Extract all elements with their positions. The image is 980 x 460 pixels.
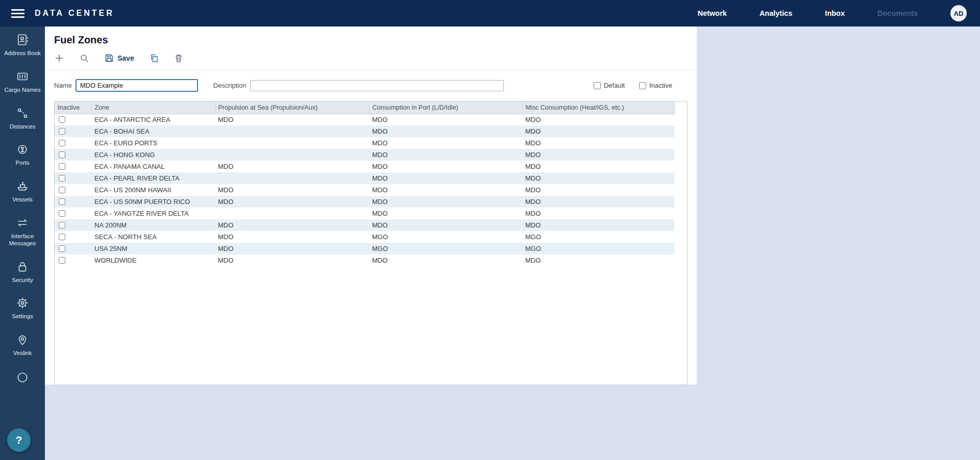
row-propulsion-cell[interactable]: MDO — [215, 184, 369, 196]
row-inactive-checkbox[interactable] — [59, 140, 65, 146]
inactive-checkbox[interactable] — [639, 82, 646, 89]
row-port-consumption-cell[interactable]: MDO — [369, 219, 522, 231]
row-inactive-checkbox[interactable] — [59, 163, 65, 170]
row-propulsion-cell[interactable] — [215, 137, 369, 149]
column-header-inactive[interactable]: Inactive — [55, 101, 91, 114]
row-zone-cell[interactable]: USA 25NM — [91, 243, 215, 254]
row-inactive-checkbox[interactable] — [59, 245, 65, 252]
table-row[interactable]: ECA - PANAMA CANALMDOMDOMDO — [55, 161, 674, 172]
table-row[interactable]: ECA - BOHAI SEAMDOMDO — [55, 125, 674, 137]
row-propulsion-cell[interactable] — [215, 149, 369, 161]
row-misc-consumption-cell[interactable]: MDO — [522, 125, 674, 137]
row-zone-cell[interactable]: SECA - NORTH SEA — [91, 231, 215, 243]
nav-item-network[interactable]: Network — [698, 9, 727, 17]
row-inactive-checkbox[interactable] — [59, 257, 65, 264]
row-propulsion-cell[interactable]: MDO — [215, 196, 369, 208]
column-header-consumption-port[interactable]: Consumption in Port (L/D/Idle) — [369, 101, 522, 114]
table-row[interactable]: ECA - US 50NM PUERTO RICOMDOMDOMDO — [55, 196, 674, 208]
search-button[interactable] — [80, 54, 89, 63]
row-inactive-checkbox[interactable] — [59, 187, 65, 193]
row-inactive-checkbox[interactable] — [59, 175, 65, 182]
row-propulsion-cell[interactable]: MDO — [215, 243, 369, 254]
row-misc-consumption-cell[interactable]: MDO — [522, 172, 674, 184]
table-row[interactable]: ECA - PEARL RIVER DELTAMDOMDO — [55, 172, 674, 184]
row-propulsion-cell[interactable] — [215, 172, 369, 184]
column-header-zone[interactable]: Zone — [91, 101, 215, 114]
column-header-misc-consumption[interactable]: Misc Consumption (Heat/IGS, etc.) — [522, 101, 674, 114]
row-port-consumption-cell[interactable]: MDO — [369, 149, 522, 161]
row-inactive-checkbox[interactable] — [59, 116, 65, 123]
copy-button[interactable] — [150, 54, 159, 63]
help-button[interactable]: ? — [7, 428, 31, 452]
table-row[interactable]: ECA - YANGTZE RIVER DELTAMDOMDO — [55, 208, 674, 219]
row-inactive-checkbox[interactable] — [59, 128, 65, 135]
description-input[interactable] — [250, 80, 504, 91]
row-zone-cell[interactable]: ECA - ANTARCTIC AREA — [91, 114, 215, 125]
nav-item-inbox[interactable]: Inbox — [825, 9, 845, 17]
row-port-consumption-cell[interactable]: MDO — [369, 184, 522, 196]
table-row[interactable]: NA 200NMMDOMDOMDO — [55, 219, 674, 231]
row-zone-cell[interactable]: ECA - PEARL RIVER DELTA — [91, 172, 215, 184]
row-zone-cell[interactable]: ECA - BOHAI SEA — [91, 125, 215, 137]
row-misc-consumption-cell[interactable]: MDO — [522, 254, 674, 266]
sidebar-item-address-book[interactable]: Address Book — [0, 27, 45, 63]
sidebar-item-distances[interactable]: Distances — [0, 100, 45, 137]
save-button[interactable]: Save — [105, 54, 134, 63]
row-zone-cell[interactable]: ECA - YANGTZE RIVER DELTA — [91, 208, 215, 219]
sidebar-item-vessels[interactable]: Vessels — [0, 173, 45, 210]
row-misc-consumption-cell[interactable]: MGO — [522, 231, 674, 243]
row-propulsion-cell[interactable]: MDO — [215, 219, 369, 231]
default-checkbox[interactable] — [594, 82, 601, 89]
row-misc-consumption-cell[interactable]: MDO — [522, 208, 674, 219]
row-propulsion-cell[interactable]: MDO — [215, 161, 369, 172]
row-port-consumption-cell[interactable]: MDO — [369, 254, 522, 266]
row-propulsion-cell[interactable] — [215, 125, 369, 137]
row-inactive-checkbox[interactable] — [59, 234, 65, 240]
row-misc-consumption-cell[interactable]: MDO — [522, 161, 674, 172]
sidebar-item-interface-messages[interactable]: Interface Messages — [0, 210, 45, 253]
user-avatar[interactable]: AD — [950, 5, 967, 21]
column-header-propulsion[interactable]: Propulsion at Sea (Propulsion/Aux) — [215, 101, 369, 114]
sidebar-item-cargo-names[interactable]: Cargo Names — [0, 63, 45, 100]
hamburger-menu-icon[interactable] — [11, 7, 24, 20]
row-port-consumption-cell[interactable]: MDO — [369, 208, 522, 219]
row-propulsion-cell[interactable]: MDO — [215, 231, 369, 243]
nav-item-analytics[interactable]: Analytics — [760, 9, 792, 17]
row-port-consumption-cell[interactable]: MDO — [369, 172, 522, 184]
row-misc-consumption-cell[interactable]: MDO — [522, 137, 674, 149]
table-row[interactable]: ECA - HONG KONGMDOMDO — [55, 149, 674, 161]
row-misc-consumption-cell[interactable]: MDO — [522, 184, 674, 196]
row-port-consumption-cell[interactable]: MDO — [369, 125, 522, 137]
table-row[interactable]: USA 25NMMDOMGOMGO — [55, 243, 674, 254]
sidebar-item-veslink[interactable]: Veslink — [0, 326, 45, 363]
sidebar-item-more-partial[interactable] — [0, 363, 45, 389]
row-misc-consumption-cell[interactable]: MDO — [522, 114, 674, 125]
row-propulsion-cell[interactable] — [215, 208, 369, 219]
row-misc-consumption-cell[interactable]: MDO — [522, 219, 674, 231]
row-port-consumption-cell[interactable]: MDO — [369, 196, 522, 208]
table-row[interactable]: WORLDWIDEMDOMDOMDO — [55, 254, 674, 266]
row-inactive-checkbox[interactable] — [59, 210, 65, 217]
sidebar-item-security[interactable]: Security — [0, 253, 45, 290]
row-zone-cell[interactable]: ECA - US 50NM PUERTO RICO — [91, 196, 215, 208]
row-port-consumption-cell[interactable]: MGO — [369, 231, 522, 243]
table-row[interactable]: ECA - US 200NM HAWAIIMDOMDOMDO — [55, 184, 674, 196]
row-port-consumption-cell[interactable]: MDO — [369, 114, 522, 125]
sidebar-item-settings[interactable]: Settings — [0, 290, 45, 326]
row-port-consumption-cell[interactable]: MDO — [369, 161, 522, 172]
row-inactive-checkbox[interactable] — [59, 222, 65, 228]
add-button[interactable] — [54, 53, 64, 63]
row-misc-consumption-cell[interactable]: MGO — [522, 243, 674, 254]
delete-button[interactable] — [174, 54, 183, 63]
table-row[interactable]: SECA - NORTH SEAMDOMGOMGO — [55, 231, 674, 243]
table-row[interactable]: ECA - ANTARCTIC AREAMDOMDOMDO — [55, 114, 674, 125]
name-input[interactable] — [76, 79, 198, 92]
row-inactive-checkbox[interactable] — [59, 151, 65, 158]
row-zone-cell[interactable]: ECA - PANAMA CANAL — [91, 161, 215, 172]
row-misc-consumption-cell[interactable]: MDO — [522, 196, 674, 208]
row-inactive-checkbox[interactable] — [59, 198, 65, 205]
sidebar-item-ports[interactable]: Ports — [0, 136, 45, 173]
row-misc-consumption-cell[interactable]: MDO — [522, 149, 674, 161]
row-zone-cell[interactable]: ECA - US 200NM HAWAII — [91, 184, 215, 196]
row-propulsion-cell[interactable]: MDO — [215, 254, 369, 266]
